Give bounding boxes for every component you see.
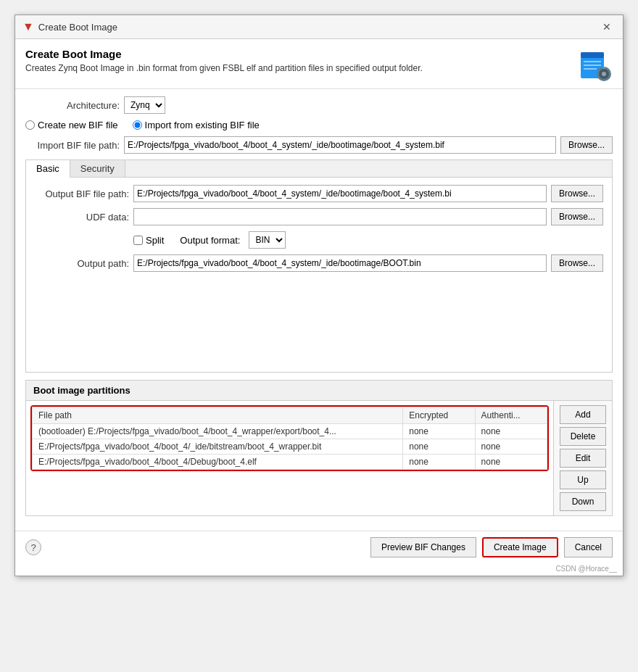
row-0-auth: none — [475, 424, 547, 439]
table-row[interactable]: E:/Projects/fpga_vivado/boot_4/boot_4/De… — [33, 455, 547, 470]
split-label: Split — [146, 235, 164, 246]
partition-body: File path Encrypted Authenti... (bootloa… — [26, 401, 612, 515]
content-area: Architecture: Zynq Create new BIF file I… — [15, 89, 623, 531]
header-icon — [578, 48, 613, 83]
tabs-header: Basic Security — [26, 160, 612, 178]
watermark: CSDN @Horace__ — [15, 563, 623, 576]
row-2-encrypted: none — [403, 455, 475, 470]
tab-security[interactable]: Security — [70, 160, 125, 177]
create-image-button[interactable]: Create Image — [482, 537, 558, 557]
down-button[interactable]: Down — [560, 492, 606, 511]
output-path-input[interactable] — [133, 254, 547, 272]
split-checkbox[interactable] — [133, 236, 143, 245]
row-1-filepath: E:/Projects/fpga_vivado/boot_4/boot_4/_i… — [33, 439, 403, 455]
title-bar-left: ▼ Create Boot Image — [22, 20, 117, 33]
udf-row: UDF data: Browse... — [35, 208, 603, 225]
dialog-description: Creates Zynq Boot Image in .bin format f… — [25, 63, 423, 73]
split-format-row: Split Output format: BIN — [35, 231, 603, 249]
partition-header: Boot image partitions — [26, 381, 612, 401]
spacer — [35, 278, 603, 365]
edit-button[interactable]: Edit — [560, 449, 606, 468]
preview-bif-button[interactable]: Preview BIF Changes — [370, 537, 476, 557]
radio-create-bif-label: Create new BIF file — [38, 120, 118, 130]
split-checkbox-label[interactable]: Split — [133, 235, 164, 246]
radio-import-bif-label: Import from existing BIF file — [145, 120, 260, 130]
tab-basic-content: Output BIF file path: Browse... UDF data… — [26, 178, 612, 372]
radio-row: Create new BIF file Import from existing… — [25, 120, 613, 130]
table-row[interactable]: (bootloader) E:/Projects/fpga_vivado/boo… — [33, 424, 547, 439]
svg-rect-4 — [584, 68, 597, 70]
footer-right: Preview BIF Changes Create Image Cancel — [370, 537, 613, 557]
partition-buttons: Add Delete Edit Up Down — [553, 401, 612, 515]
svg-point-7 — [602, 72, 606, 76]
col-header-encrypted: Encrypted — [403, 407, 475, 424]
partition-section: Boot image partitions File path Encrypte… — [25, 380, 613, 516]
output-format-label: Output format: — [180, 235, 240, 246]
row-1-encrypted: none — [403, 439, 475, 455]
dialog-title: Create Boot Image — [25, 48, 423, 60]
cancel-button[interactable]: Cancel — [564, 537, 613, 557]
close-button[interactable]: ✕ — [598, 20, 616, 34]
row-1-auth: none — [475, 439, 547, 455]
architecture-label: Architecture: — [25, 100, 120, 111]
architecture-select[interactable]: Zynq — [124, 96, 165, 114]
col-header-auth: Authenti... — [475, 407, 547, 424]
app-icon: ▼ — [22, 20, 34, 33]
output-path-label: Output path: — [35, 258, 129, 269]
radio-create-bif-input[interactable] — [25, 120, 35, 130]
title-bar-text: Create Boot Image — [38, 22, 117, 33]
svg-rect-1 — [581, 52, 604, 58]
col-header-filepath: File path — [33, 407, 403, 424]
browse-output-bif-button[interactable]: Browse... — [551, 185, 603, 202]
output-bif-input[interactable] — [133, 185, 547, 202]
delete-button[interactable]: Delete — [560, 427, 606, 446]
header-section: Create Boot Image Creates Zynq Boot Imag… — [15, 39, 623, 89]
row-0-filepath: (bootloader) E:/Projects/fpga_vivado/boo… — [33, 424, 403, 439]
radio-create-bif[interactable]: Create new BIF file — [25, 120, 118, 130]
header-text: Create Boot Image Creates Zynq Boot Imag… — [25, 48, 423, 73]
output-format-select[interactable]: BIN — [249, 231, 286, 249]
udf-label: UDF data: — [35, 212, 129, 223]
svg-rect-8 — [602, 67, 605, 69]
import-bif-row: Import BIF file path: Browse... — [25, 136, 613, 154]
row-2-auth: none — [475, 455, 547, 470]
browse-udf-button[interactable]: Browse... — [551, 208, 603, 225]
title-bar: ▼ Create Boot Image ✕ — [15, 15, 623, 39]
row-2-filepath: E:/Projects/fpga_vivado/boot_4/boot_4/De… — [33, 455, 403, 470]
import-bif-label: Import BIF file path: — [25, 140, 120, 151]
row-0-encrypted: none — [403, 424, 475, 439]
browse-output-path-button[interactable]: Browse... — [551, 254, 603, 272]
partition-table: File path Encrypted Authenti... (bootloa… — [32, 407, 547, 470]
tabs-container: Basic Security Output BIF file path: Bro… — [25, 159, 613, 373]
partition-table-area: File path Encrypted Authenti... (bootloa… — [26, 401, 553, 515]
tab-basic[interactable]: Basic — [26, 160, 70, 178]
help-button[interactable]: ? — [25, 539, 41, 555]
browse-bif-button[interactable]: Browse... — [560, 136, 613, 154]
output-bif-row: Output BIF file path: Browse... — [35, 185, 603, 202]
radio-import-bif-input[interactable] — [133, 120, 142, 130]
udf-input[interactable] — [133, 208, 547, 225]
footer: ? Preview BIF Changes Create Image Cance… — [15, 531, 623, 563]
svg-rect-2 — [584, 61, 601, 62]
up-button[interactable]: Up — [560, 470, 606, 489]
create-boot-image-dialog: ▼ Create Boot Image ✕ Create Boot Image … — [14, 14, 624, 576]
import-bif-input[interactable] — [124, 136, 556, 154]
output-path-row: Output path: Browse... — [35, 254, 603, 272]
add-button[interactable]: Add — [560, 405, 606, 424]
output-bif-label: Output BIF file path: — [35, 188, 129, 199]
table-row[interactable]: E:/Projects/fpga_vivado/boot_4/boot_4/_i… — [33, 439, 547, 455]
svg-rect-3 — [584, 65, 601, 66]
architecture-row: Architecture: Zynq — [25, 96, 613, 114]
radio-import-bif[interactable]: Import from existing BIF file — [133, 120, 260, 130]
